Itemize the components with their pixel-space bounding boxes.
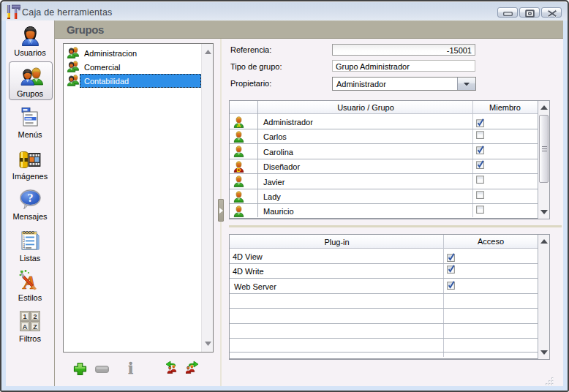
svg-text:Z: Z <box>33 323 37 331</box>
svg-text:1: 1 <box>23 313 26 320</box>
svg-text:A: A <box>237 122 241 128</box>
svg-text:A: A <box>23 323 28 331</box>
svg-text:D: D <box>237 167 241 173</box>
svg-text:2: 2 <box>33 313 37 320</box>
svg-text:?: ? <box>28 192 34 204</box>
svg-text:i: i <box>128 360 133 377</box>
